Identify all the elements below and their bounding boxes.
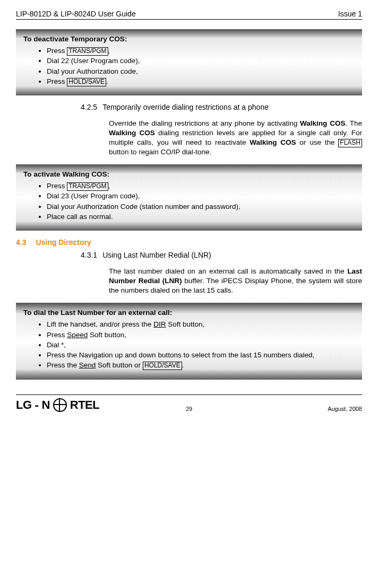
flash-key: FLASH (338, 139, 362, 147)
paragraph-425: Override the dialing restrictions at any… (109, 119, 362, 157)
list-item: Press TRANS/PGM, (47, 46, 355, 56)
header-left: LIP-8012D & LIP-8024D User Guide (16, 10, 136, 18)
box2-title: To activate Walking COS: (23, 170, 355, 179)
paragraph-431: The last number dialed on an external ca… (109, 267, 362, 296)
activate-walking-cos-box: To activate Walking COS: Press TRANS/PGM… (16, 164, 362, 231)
footer-date: August, 2008 (328, 406, 362, 412)
section-4-3-heading: 4.3Using Directory (16, 238, 362, 247)
trans-pgm-key: TRANS/PGM (67, 47, 108, 56)
list-item: Press Speed Soft button, (47, 330, 355, 340)
header-right: Issue 1 (338, 10, 362, 18)
page-number: 29 (186, 406, 192, 412)
box1-title: To deactivate Temporary COS: (23, 34, 355, 44)
globe-icon (53, 398, 67, 412)
subheading-4-2-5: 4.2.5 Temporarily override dialing restr… (81, 103, 362, 111)
page-header: LIP-8012D & LIP-8024D User Guide Issue 1 (16, 10, 362, 20)
trans-pgm-key: TRANS/PGM (67, 182, 108, 191)
dir-softbutton: DIR (153, 320, 166, 328)
subheading-title: Temporarily override dialing restriction… (102, 103, 362, 111)
list-item: Dial 23 (User Program code), (47, 191, 355, 201)
list-item: Press the Navigation up and down buttons… (47, 350, 355, 360)
list-item: Lift the handset, and/or press the DIR S… (47, 320, 355, 329)
list-item: Place call as normal. (47, 212, 355, 222)
subheading-number: 4.2.5 (81, 103, 97, 111)
section-number: 4.3 (16, 238, 26, 247)
subheading-4-3-1: 4.3.1 Using Last Number Redial (LNR) (81, 251, 362, 259)
section-title: Using Directory (36, 238, 91, 247)
list-item: Press TRANS/PGM, (47, 181, 355, 191)
deactivate-cos-box: To deactivate Temporary COS: Press TRANS… (16, 29, 362, 95)
hold-save-key: HOLD/SAVE (143, 362, 182, 370)
subheading-title: Using Last Number Redial (LNR) (102, 251, 362, 259)
list-item: Dial 22 (User Program code), (47, 56, 355, 66)
box3-title: To dial the Last Number for an external … (23, 308, 355, 318)
hold-save-key: HOLD/SAVE (67, 78, 106, 86)
box3-list: Lift the handset, and/or press the DIR S… (23, 320, 355, 370)
list-item: Press HOLD/SAVE. (47, 77, 355, 86)
box1-list: Press TRANS/PGM, Dial 22 (User Program c… (23, 46, 355, 86)
list-item: Dial your Authorization code, (47, 67, 355, 76)
speed-softbutton: Speed (67, 331, 88, 339)
subheading-number: 4.3.1 (81, 251, 97, 259)
box2-list: Press TRANS/PGM, Dial 23 (User Program c… (23, 181, 355, 222)
dial-last-number-box: To dial the Last Number for an external … (16, 303, 362, 379)
send-softbutton: Send (79, 361, 96, 369)
lg-nortel-logo: LG - N RTEL (16, 398, 99, 412)
page-footer: LG - N RTEL 29 August, 2008 (16, 394, 362, 412)
list-item: Press the Send Soft button or HOLD/SAVE. (47, 361, 355, 370)
list-item: Dial *, (47, 340, 355, 350)
list-item: Dial your Authorization Code (station nu… (47, 202, 355, 212)
